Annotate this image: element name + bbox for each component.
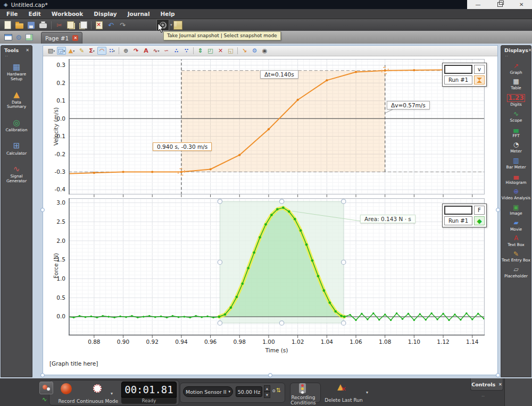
save-button[interactable]	[26, 20, 37, 30]
annotation-icon[interactable]: A	[142, 47, 151, 55]
resize-handle-right[interactable]	[496, 208, 500, 212]
display-bar-meter[interactable]: ▥Bar Meter	[501, 157, 531, 170]
rate-adjust-icon[interactable]: o⇅	[272, 387, 281, 394]
tools-panel-close-icon[interactable]: ✕	[26, 48, 29, 53]
tool-calculator[interactable]: ⊞Calculator	[1, 141, 32, 156]
pin-icon[interactable]: ↘	[240, 47, 249, 55]
display-text-box[interactable]: AText Box	[501, 235, 531, 247]
time-x-axis[interactable]: 0.880.900.920.940.960.981.001.021.041.06…	[69, 339, 485, 345]
statistics-icon[interactable]: Σ▾	[87, 47, 96, 55]
coordinates-tool-icon[interactable]: ⊕	[121, 47, 130, 55]
area-tool-icon[interactable]: ◠	[97, 47, 106, 55]
paste-button[interactable]	[77, 20, 88, 30]
continuous-mode-dial-icon[interactable]	[93, 384, 102, 393]
continuous-mode-label[interactable]: Continuous Mode	[76, 399, 119, 404]
velocity-legend[interactable]: v Run #1	[442, 63, 487, 87]
menu-journal[interactable]: Journal	[122, 10, 155, 18]
run-label[interactable]: Run #1	[444, 216, 472, 225]
force-plot[interactable]	[69, 198, 485, 339]
display-scope[interactable]: ∿Scope	[501, 111, 531, 123]
menu-help[interactable]: Help	[155, 10, 180, 18]
display-histogram[interactable]: ▄Histogram	[501, 173, 531, 185]
slope-tool-icon[interactable]: ↷	[131, 47, 140, 55]
restore-button[interactable]	[497, 2, 503, 7]
undo-button[interactable]: ↶	[105, 20, 117, 30]
tool-hardware-setup[interactable]: ▦Hardware Setup	[1, 63, 32, 81]
properties-gear-icon[interactable]: ⚙	[250, 47, 259, 55]
data-highlighter-icon[interactable]: ◲▾	[57, 47, 66, 55]
layers-icon[interactable]: ◱	[226, 47, 235, 55]
velocity-plot[interactable]	[69, 59, 485, 198]
mode-dropdown-caret[interactable]: ▾	[111, 391, 113, 396]
display-fft[interactable]: ▄FFT	[501, 126, 531, 138]
delete-button[interactable]	[94, 20, 105, 30]
legend-value-box[interactable]	[444, 65, 472, 74]
delete-run-dropdown-caret[interactable]: ▾	[366, 390, 368, 395]
display-image[interactable]: ▣Image	[501, 204, 531, 216]
displays-panel-grip[interactable]: ‥	[501, 53, 531, 56]
velocity-axis-title[interactable]: Velocity (m/s)	[53, 89, 59, 164]
menu-display[interactable]: Display	[88, 10, 122, 18]
rate-down-icon[interactable]: ▼	[264, 392, 270, 398]
graph-display[interactable]: ▧▾◲▾▲▾✎Σ▾◠∷▾⊕↷A∿▾∽∴∵⇕◰✕◱↘⚙◉ 0.30.20.10.0…	[43, 45, 498, 375]
sample-rate-stepper[interactable]: ▲ ▼	[264, 385, 270, 398]
display-movie[interactable]: ▰Movie	[501, 219, 531, 232]
tools-panel-grip[interactable]: ‥	[1, 53, 32, 56]
x-axis-title[interactable]: Time (s)	[69, 347, 485, 353]
recording-conditions-button[interactable]: Recording Conditions	[287, 395, 319, 405]
display-graph[interactable]: ↗Graph	[501, 63, 531, 75]
scale-pencil-icon[interactable]: ✎	[77, 47, 86, 55]
resize-handle-bottom-right[interactable]	[496, 373, 500, 377]
extrapolate-icon[interactable]: ∵	[182, 47, 191, 55]
copy-button[interactable]	[65, 20, 77, 30]
selection-tool-icon[interactable]: ▧▾	[47, 47, 56, 55]
graph-title-placeholder[interactable]: [Graph title here]	[49, 360, 98, 367]
multi-plot-icon[interactable]: ∿▾	[152, 47, 161, 55]
menu-edit[interactable]: Edit	[23, 10, 46, 18]
controls-panel-close-icon[interactable]: ✕	[498, 382, 502, 387]
menu-file[interactable]: File	[1, 10, 23, 18]
print-button[interactable]	[37, 20, 48, 30]
new-page-button[interactable]	[3, 32, 13, 43]
force-axis-title[interactable]: Force (N)	[53, 229, 59, 303]
display-meter[interactable]: ◔Meter	[501, 141, 531, 154]
interpolate-icon[interactable]: ∴	[172, 47, 181, 55]
run-marker-cell[interactable]: ◆	[474, 216, 485, 225]
new-file-button[interactable]	[2, 20, 13, 30]
rate-up-icon[interactable]: ▲	[264, 385, 270, 392]
close-button[interactable]: ✕	[519, 2, 523, 7]
display-video-analysis[interactable]: ⊕Video Analysis	[501, 188, 531, 200]
display-placeholder[interactable]: ▱Placeholder	[501, 266, 531, 278]
smooth-curve-icon[interactable]: ∽	[162, 47, 171, 55]
open-file-button[interactable]	[14, 20, 25, 30]
display-table[interactable]: ▦Table	[501, 78, 531, 90]
sensor-select[interactable]: Motion Sensor II ▾	[183, 386, 233, 397]
minimize-button[interactable]: —	[476, 2, 481, 7]
delta-t-annotation[interactable]: Δt=0.140s	[260, 70, 298, 79]
tool-signal-generator[interactable]: ∿Signal Generator	[1, 165, 32, 183]
force-legend[interactable]: F Run #1 ◆	[442, 204, 487, 227]
legend-value-box[interactable]	[444, 206, 472, 215]
sample-rate-field[interactable]: 50.00 Hz	[236, 386, 262, 397]
run-marker-cell[interactable]	[474, 75, 485, 84]
remove-data-icon[interactable]: ✕	[216, 47, 225, 55]
coordinate-annotation[interactable]: 0.940 s, -0.30 m/s	[153, 142, 212, 151]
display-digits[interactable]: 1.23Digits	[501, 94, 531, 107]
menu-workbook[interactable]: Workbook	[46, 10, 89, 18]
resize-handle-bottom-center[interactable]	[268, 373, 272, 377]
delete-last-run-button[interactable]: Delete Last Run	[322, 397, 365, 403]
page-options-button[interactable]: ⚙	[13, 32, 24, 43]
tab-page-1[interactable]: Page #1 ✕	[41, 32, 82, 44]
resize-handle-bottom-left[interactable]	[40, 373, 45, 377]
snapshot-mode-button[interactable]	[39, 382, 53, 394]
cut-button[interactable]: ✂	[54, 20, 65, 30]
area-annotation[interactable]: Area: 0.143 N · s	[360, 215, 415, 223]
display-text-entry-box[interactable]: ✎Text Entry Box	[501, 251, 531, 263]
tool-calibration[interactable]: ◎Calibration	[1, 119, 32, 133]
journal-panel-button[interactable]	[172, 20, 184, 30]
tool-data-summary[interactable]: ▲Data Summary	[1, 90, 32, 109]
record-button[interactable]	[61, 383, 72, 394]
resize-handle-left[interactable]	[40, 208, 45, 212]
delta-tool-icon[interactable]: ▲▾	[67, 47, 76, 55]
visibility-eye-icon[interactable]: ◉	[260, 47, 269, 55]
